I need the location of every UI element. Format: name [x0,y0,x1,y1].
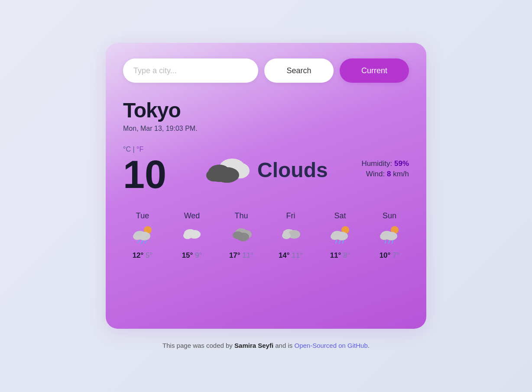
github-link[interactable]: Open-Sourced on GitHub [294,342,367,349]
forecast-thu: Thu 17° 11° [222,211,261,260]
day-label-sun: Sun [383,211,396,220]
current-button[interactable]: Current [340,58,409,83]
day-label-fri: Fri [286,211,295,220]
svg-point-19 [237,233,249,241]
footer-prefix: This page was coded by [162,342,233,349]
unit-toggle: °C | °F [123,146,143,153]
forecast-sat: Sat 11° 8° [321,211,360,260]
temperature-section: °C | °F 10 [123,146,201,194]
temperature-display: 10 [123,155,166,194]
svg-line-28 [339,241,340,243]
forecast-icon-fri [279,225,302,247]
humidity-info: Humidity: 59% [361,159,409,168]
forecast-wed: Wed 15° 9° [172,211,211,260]
forecast-fri: Fri 14° 11° [271,211,310,260]
forecast-sun: Sun 10° 7° [370,211,409,260]
forecast-icon-wed [181,225,203,247]
datetime: Mon, Mar 13, 19:03 PM. [123,125,409,133]
weather-extra: Humidity: 59% Wind: 8 km/h [361,159,409,180]
fahrenheit-unit[interactable]: °F [136,146,143,153]
day-label-wed: Wed [184,211,200,220]
svg-line-36 [392,240,393,243]
svg-line-35 [389,241,389,243]
unit-separator: | [133,146,136,153]
wind-info: Wind: 8 km/h [361,170,409,178]
forecast-row: Tue 12° 5° Wed [123,211,409,260]
day-label-tue: Tue [136,211,149,220]
svg-line-34 [385,240,386,243]
city-input[interactable] [123,58,258,83]
weather-card: Search Current Tokyo Mon, Mar 13, 19:03 … [106,43,426,329]
svg-point-15 [183,232,192,239]
footer-middle: and is [275,342,294,349]
svg-point-26 [331,233,339,240]
weather-description: Clouds [257,158,328,182]
svg-point-5 [206,169,222,181]
forecast-temps-sun: 10° 7° [380,251,400,260]
forecast-tue: Tue 12° 5° [123,211,162,260]
forecast-icon-thu [230,225,253,247]
svg-point-22 [282,232,291,239]
svg-point-9 [133,233,142,240]
footer: This page was coded by Samira Seyfi and … [162,342,370,349]
weather-icon-main [201,152,253,188]
search-button[interactable]: Search [264,58,334,83]
forecast-temps-fri: 14° 11° [279,251,303,260]
city-name: Tokyo [123,98,409,122]
forecast-icon-tue [131,225,154,247]
svg-line-12 [145,240,146,243]
svg-point-33 [380,233,389,240]
forecast-temps-wed: 15° 9° [182,251,202,260]
svg-line-10 [138,240,139,243]
svg-line-29 [343,240,344,243]
footer-suffix: . [368,342,370,349]
day-label-thu: Thu [234,211,248,220]
svg-line-27 [336,240,337,243]
forecast-temps-thu: 17° 11° [229,251,253,260]
day-label-sat: Sat [334,211,346,220]
weather-main: °C | °F 10 Clouds Humidity: [123,146,409,194]
footer-author: Samira Seyfi [234,342,273,349]
svg-line-11 [142,241,143,243]
forecast-temps-sat: 11° 8° [330,251,350,260]
celsius-unit[interactable]: °C [123,146,131,153]
forecast-temps-tue: 12° 5° [133,251,153,260]
forecast-icon-sat [329,225,351,247]
search-row: Search Current [123,58,409,83]
forecast-icon-sun [378,225,401,247]
